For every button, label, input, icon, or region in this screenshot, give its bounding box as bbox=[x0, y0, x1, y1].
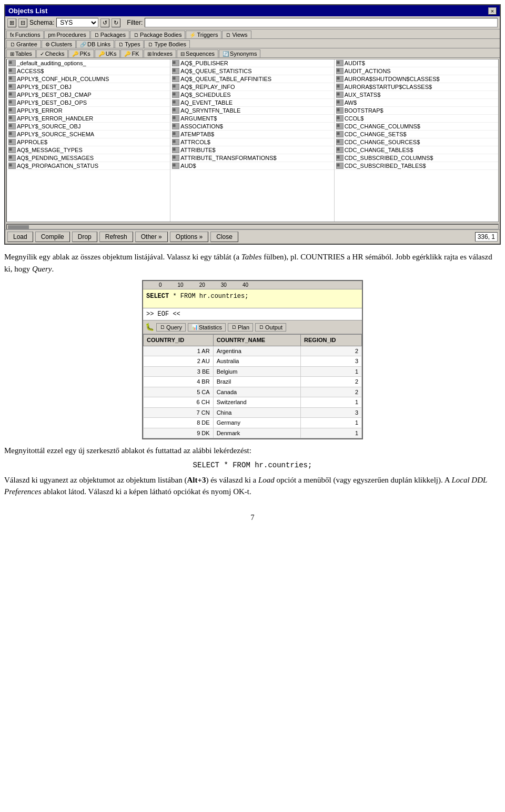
list-item[interactable]: ⊞CDC_CHANGE_SOURCES$ bbox=[335, 138, 498, 146]
list-item[interactable]: ⊞AQ$_QUEUE_STATISTICS bbox=[170, 67, 334, 75]
tab-checks[interactable]: ✓ Checks bbox=[36, 49, 68, 57]
list-item[interactable]: ⊞AURORA$SHUTDOWN$CLASSES$ bbox=[335, 75, 498, 83]
close-button[interactable]: Close bbox=[210, 232, 238, 242]
p1-italic: Tables bbox=[241, 253, 262, 261]
list-item[interactable]: ⊞AQ$_PENDING_MESSAGES bbox=[7, 154, 170, 162]
tab-indexes-label: Indexes bbox=[153, 51, 173, 57]
tab-uks[interactable]: 🔑 UKs bbox=[95, 49, 120, 57]
tab-packages[interactable]: 🗋 Packages bbox=[90, 31, 129, 38]
list-item[interactable]: ⊞APPLY$_SOURCE_SCHEMA bbox=[7, 131, 170, 138]
tab-pks[interactable]: 🔑 PKs bbox=[68, 49, 94, 57]
list-item[interactable]: ⊞APPROLE$ bbox=[7, 138, 170, 146]
list-item[interactable]: ⊞ATTRCOL$ bbox=[170, 138, 334, 146]
list-item[interactable]: ⊞AQ$_PROPAGATION_STATUS bbox=[7, 162, 170, 170]
tab-grantee[interactable]: 🗋 Grantee bbox=[6, 40, 41, 48]
tab-dblinks[interactable]: 🔗 DB Links bbox=[76, 40, 114, 48]
close-window-button[interactable]: × bbox=[488, 7, 497, 15]
tab-fk[interactable]: 🔑 FK bbox=[120, 49, 143, 57]
toolbar-refresh-2[interactable]: ↻ bbox=[112, 18, 120, 27]
other-button[interactable]: Other » bbox=[135, 232, 168, 242]
object-icon: ⊞ bbox=[336, 107, 344, 114]
list-item[interactable]: ⊞AQ$_QUEUE_TABLE_AFFINITIES bbox=[170, 75, 334, 83]
list-item[interactable]: ⊞APPLY$_CONF_HDLR_COLUMNS bbox=[7, 75, 170, 83]
list-item[interactable]: ⊞APPLY$_SOURCE_OBJ bbox=[7, 123, 170, 131]
cell-country-name: Belgium bbox=[213, 366, 300, 377]
list-item[interactable]: ⊞BOOTSTRAP$ bbox=[335, 107, 498, 115]
list-item[interactable]: ⊞AW$ bbox=[335, 99, 498, 107]
table-row: 9 DKDenmark1 bbox=[144, 428, 362, 438]
drop-button[interactable]: Drop bbox=[72, 232, 97, 242]
list-item[interactable]: ⊞_default_auditing_options_ bbox=[7, 59, 170, 67]
tab-type-bodies-label: Type Bodies bbox=[154, 41, 186, 47]
list-item[interactable]: ⊞APPLY$_DEST_OBJ_OPS bbox=[7, 99, 170, 107]
list-item[interactable]: ⊞ARGUMENT$ bbox=[170, 115, 334, 123]
list-item[interactable]: ⊞CDC_CHANGE_TABLES$ bbox=[335, 146, 498, 154]
list-item[interactable]: ⊞AQ$_SCHEDULES bbox=[170, 91, 334, 99]
tab-tables[interactable]: ⊞ Tables bbox=[6, 49, 36, 57]
load-button[interactable]: Load bbox=[7, 232, 33, 242]
list-item[interactable]: ⊞AQ_EVENT_TABLE bbox=[170, 99, 334, 107]
list-item[interactable]: ⊞CCOL$ bbox=[335, 115, 498, 123]
list-item[interactable]: ⊞AQ_SRYNTFN_TABLE bbox=[170, 107, 334, 115]
tab-types[interactable]: 🗋 Types bbox=[115, 40, 144, 48]
tab-synonyms[interactable]: 🔄 Synonyms bbox=[219, 49, 260, 57]
scrollbar-track[interactable] bbox=[6, 224, 499, 229]
scrollbar-thumb[interactable] bbox=[8, 225, 29, 229]
object-icon: ⊞ bbox=[8, 92, 16, 98]
object-icon: ⊞ bbox=[336, 155, 344, 161]
schema-select[interactable]: SYS bbox=[56, 18, 98, 27]
list-item[interactable]: ⊞ATEMPTAB$ bbox=[170, 131, 334, 138]
options-button[interactable]: Options » bbox=[170, 232, 208, 242]
tab-package-bodies[interactable]: 🗋 Package Bodies bbox=[130, 31, 186, 38]
list-item[interactable]: ⊞AUX_STATS$ bbox=[335, 91, 498, 99]
refresh-button[interactable]: Refresh bbox=[99, 232, 133, 242]
toolbar-refresh-1[interactable]: ↺ bbox=[100, 18, 109, 27]
toolbar-icon-2[interactable]: ⊟ bbox=[18, 18, 27, 27]
table-row: 7 CNChina3 bbox=[144, 407, 362, 418]
list-item[interactable]: ⊞CDC_CHANGE_SETS$ bbox=[335, 131, 498, 138]
sql-tab-plan[interactable]: 🗋 Plan bbox=[228, 323, 253, 332]
tab-type-bodies[interactable]: 🗋 Type Bodies bbox=[144, 40, 190, 48]
list-item[interactable]: ⊞AURORA$STARTUP$CLASSES$ bbox=[335, 83, 498, 91]
tab-uks-label: UKs bbox=[106, 51, 117, 57]
filter-input[interactable] bbox=[145, 18, 498, 27]
list-item[interactable]: ⊞ATTRIBUTE_TRANSFORMATIONS$ bbox=[170, 154, 334, 162]
sql-tab-statistics[interactable]: 📊 Statistics bbox=[188, 323, 226, 332]
list-item[interactable]: ⊞APPLY$_ERROR_HANDLER bbox=[7, 115, 170, 123]
object-icon: ⊞ bbox=[8, 155, 16, 161]
list-item[interactable]: ⊞AUDIT$ bbox=[335, 59, 498, 67]
tab-functions[interactable]: fx Functions bbox=[6, 31, 44, 38]
tab-indexes[interactable]: ⊞ Indexes bbox=[144, 49, 177, 57]
tab-procedures[interactable]: pm Procedures bbox=[44, 31, 89, 38]
list-item[interactable]: ⊞APPLY$_DEST_OBJ_CMAP bbox=[7, 91, 170, 99]
list-item[interactable]: ⊞CDC_SUBSCRIBED_TABLES$ bbox=[335, 162, 498, 170]
tab-clusters[interactable]: ⚙ Clusters bbox=[42, 40, 76, 48]
list-item[interactable]: ⊞ACCESS$ bbox=[7, 67, 170, 75]
list-item[interactable]: ⊞APPLY$_DEST_OBJ bbox=[7, 83, 170, 91]
list-item[interactable]: ⊞AQ$_PUBLISHER bbox=[170, 59, 334, 67]
tab-views-label: Views bbox=[232, 32, 247, 38]
list-item[interactable]: ⊞CDC_SUBSCRIBED_COLUMNS$ bbox=[335, 154, 498, 162]
horizontal-scrollbar[interactable] bbox=[6, 223, 499, 229]
object-icon: ⊞ bbox=[172, 84, 179, 90]
list-item[interactable]: ⊞AQ$_REPLAY_INFO bbox=[170, 83, 334, 91]
list-item[interactable]: ⊞ATTRIBUTE$ bbox=[170, 146, 334, 154]
tab-triggers[interactable]: ⚡ Triggers bbox=[186, 31, 221, 38]
objects-grid: ⊞_default_auditing_options_⊞ACCESS$⊞APPL… bbox=[6, 59, 499, 222]
tab-fk-label: FK bbox=[132, 51, 139, 57]
list-item[interactable]: ⊞AUD$ bbox=[170, 162, 334, 170]
list-item[interactable]: ⊞AQ$_MESSAGE_TYPES bbox=[7, 146, 170, 154]
tab-views[interactable]: 🗋 Views bbox=[222, 31, 251, 38]
sql-tab-output[interactable]: 🗋 Output bbox=[255, 323, 286, 332]
toolbar-icon-1[interactable]: ⊞ bbox=[7, 18, 16, 27]
list-item[interactable]: ⊞AUDIT_ACTIONS bbox=[335, 67, 498, 75]
compile-button[interactable]: Compile bbox=[35, 232, 70, 242]
list-item[interactable]: ⊞CDC_CHANGE_COLUMNS$ bbox=[335, 123, 498, 131]
object-icon: ⊞ bbox=[336, 131, 344, 137]
tab-sequences[interactable]: ⊟ Sequences bbox=[177, 49, 218, 57]
list-item[interactable]: ⊞APPLY$_ERROR bbox=[7, 107, 170, 115]
sql-tab-query[interactable]: 🗋 Query bbox=[156, 323, 186, 332]
cell-country-name: Australia bbox=[213, 356, 300, 367]
table-row: 2 AUAustralia3 bbox=[144, 356, 362, 367]
list-item[interactable]: ⊞ASSOCIATION$ bbox=[170, 123, 334, 131]
